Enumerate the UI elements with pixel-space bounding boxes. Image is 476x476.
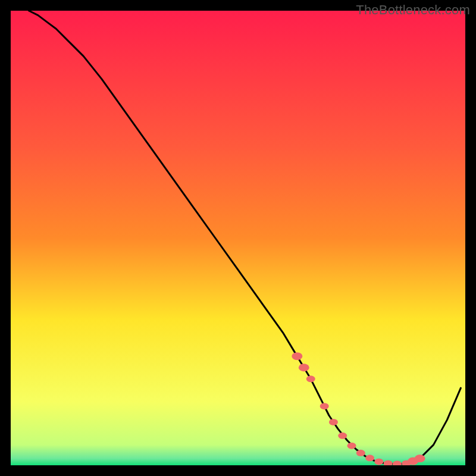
gradient-background xyxy=(11,11,465,465)
marker-point xyxy=(338,433,347,439)
marker-point xyxy=(329,419,338,425)
plot-area xyxy=(11,11,465,465)
marker-point xyxy=(415,455,425,462)
marker-point xyxy=(320,403,329,409)
chart-svg xyxy=(11,11,465,465)
marker-point xyxy=(365,455,374,461)
marker-point xyxy=(356,450,365,456)
marker-point xyxy=(374,458,383,465)
marker-point xyxy=(299,364,309,371)
marker-point xyxy=(347,443,356,449)
chart-frame: TheBottleneck.com xyxy=(0,0,476,476)
watermark-text: TheBottleneck.com xyxy=(356,2,470,18)
marker-point xyxy=(306,375,315,382)
marker-point xyxy=(292,352,302,360)
